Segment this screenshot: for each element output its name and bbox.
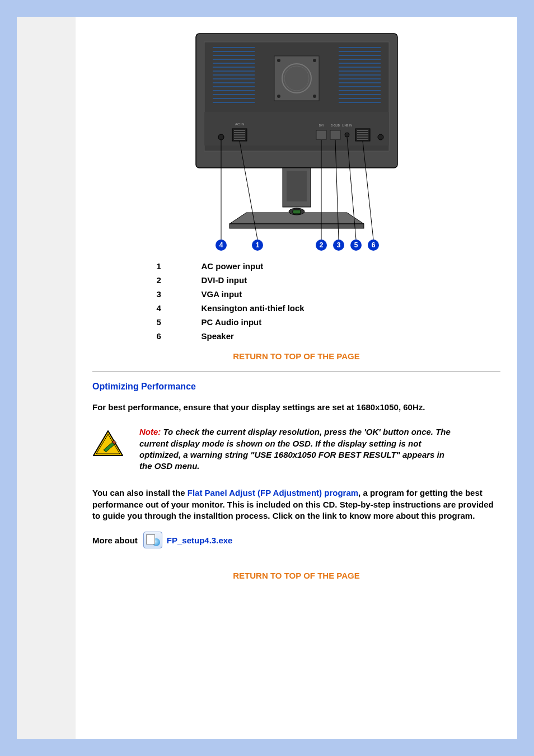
- return-to-top-link[interactable]: RETURN TO TOP OF THE PAGE: [233, 351, 359, 361]
- legend-num: 4: [157, 303, 202, 313]
- legend-row: 6 Speaker: [157, 329, 437, 343]
- fp-setup-exe-link[interactable]: FP_setup4.3.exe: [167, 536, 233, 545]
- svg-text:DVI: DVI: [318, 124, 323, 127]
- diagram-label-1: 1: [252, 240, 263, 251]
- sidebar-placeholder: [17, 17, 76, 739]
- svg-text:LINE IN: LINE IN: [342, 124, 352, 127]
- install-text: You can also install the Flat Panel Adju…: [92, 487, 500, 522]
- svg-rect-62: [287, 171, 307, 201]
- legend-num: 3: [157, 289, 202, 299]
- svg-point-40: [218, 134, 224, 140]
- svg-text:3: 3: [336, 241, 340, 249]
- legend-num: 2: [157, 275, 202, 285]
- svg-point-60: [378, 134, 383, 140]
- install-pre: You can also install the: [92, 488, 188, 497]
- performance-text: For best performance, ensure that your d…: [92, 402, 500, 413]
- svg-rect-66: [293, 210, 301, 214]
- legend-label: Speaker: [202, 331, 437, 341]
- more-about-label: More about: [92, 536, 138, 545]
- legend-label: Kensington anti-thief lock: [202, 303, 437, 313]
- legend-row: 2 DVI-D input: [157, 273, 437, 287]
- note-block: Note: To check the current display resol…: [92, 426, 500, 472]
- svg-text:5: 5: [354, 241, 358, 249]
- legend-row: 4 Kensington anti-thief lock: [157, 301, 437, 315]
- svg-text:AC IN: AC IN: [235, 123, 243, 126]
- rear-view-diagram: AC IN DVI D-SUB LINE IN: [92, 28, 500, 253]
- legend-label: VGA input: [202, 289, 437, 299]
- svg-text:6: 6: [371, 241, 375, 249]
- fp-adjust-link[interactable]: Flat Panel Adjust (FP Adjustment) progra…: [188, 488, 358, 497]
- svg-point-34: [313, 59, 316, 62]
- diagram-label-4: 4: [216, 240, 227, 251]
- svg-rect-50: [330, 130, 340, 139]
- return-to-top-link[interactable]: RETURN TO TOP OF THE PAGE: [233, 571, 359, 580]
- svg-text:4: 4: [219, 241, 223, 249]
- legend-row: 3 VGA input: [157, 287, 437, 301]
- svg-rect-32: [274, 56, 319, 101]
- section-divider: [92, 371, 500, 372]
- svg-text:2: 2: [319, 241, 323, 249]
- svg-text:1: 1: [255, 241, 259, 249]
- diagram-label-5: 5: [350, 240, 362, 251]
- monitor-rear-svg: AC IN DVI D-SUB LINE IN: [190, 28, 403, 252]
- legend-num: 5: [157, 317, 202, 327]
- legend-label: AC power input: [202, 261, 437, 271]
- svg-rect-64: [229, 224, 364, 228]
- more-about-row: More about FP_setup4.3.exe: [92, 532, 500, 548]
- warning-icon: [92, 430, 126, 459]
- diagram-label-3: 3: [333, 240, 344, 251]
- note-label: Note:: [139, 427, 163, 436]
- legend-num: 6: [157, 331, 202, 341]
- svg-rect-48: [316, 130, 326, 139]
- exe-file-icon: [143, 532, 162, 548]
- legend-label: PC Audio input: [202, 317, 437, 327]
- section-title-optimizing: Optimizing Performance: [92, 382, 500, 392]
- svg-point-36: [313, 95, 316, 98]
- legend-label: DVI-D input: [202, 275, 437, 285]
- page-content: AC IN DVI D-SUB LINE IN: [76, 17, 517, 739]
- diagram-label-6: 6: [368, 240, 379, 251]
- svg-point-35: [277, 95, 280, 98]
- legend-row: 1 AC power input: [157, 259, 437, 273]
- svg-text:D-SUB: D-SUB: [331, 124, 340, 127]
- port-legend: 1 AC power input 2 DVI-D input 3 VGA inp…: [157, 259, 437, 343]
- note-body: To check the current display resolution,…: [139, 427, 451, 471]
- diagram-label-2: 2: [316, 240, 327, 251]
- note-text: Note: To check the current display resol…: [139, 426, 453, 472]
- svg-point-33: [277, 59, 280, 62]
- legend-row: 5 PC Audio input: [157, 315, 437, 329]
- legend-num: 1: [157, 261, 202, 271]
- svg-point-52: [345, 133, 349, 137]
